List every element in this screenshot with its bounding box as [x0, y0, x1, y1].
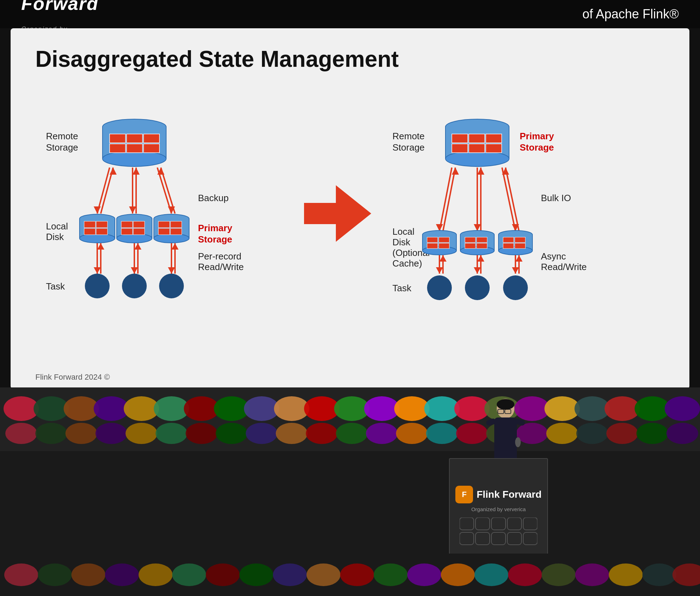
svg-marker-98	[477, 168, 484, 175]
svg-point-175	[665, 396, 700, 421]
svg-point-207	[515, 437, 521, 447]
svg-rect-214	[523, 518, 537, 530]
svg-rect-211	[476, 518, 490, 530]
svg-text:Primary: Primary	[520, 131, 554, 141]
svg-point-238	[609, 563, 643, 586]
svg-marker-20	[133, 168, 140, 175]
svg-rect-123	[465, 243, 476, 249]
svg-point-226	[206, 563, 240, 586]
svg-rect-42	[133, 221, 145, 228]
svg-line-93	[443, 168, 455, 231]
svg-marker-14	[94, 206, 101, 214]
svg-point-40	[117, 234, 152, 243]
svg-marker-16	[110, 168, 117, 175]
svg-rect-52	[158, 228, 170, 235]
pattern-strip-bottom	[0, 554, 700, 596]
svg-rect-124	[477, 243, 487, 249]
svg-point-240	[672, 563, 700, 586]
svg-rect-34	[84, 228, 95, 235]
flink-icon: F	[455, 486, 473, 503]
svg-rect-218	[507, 532, 521, 545]
svg-point-181	[156, 423, 187, 444]
svg-rect-133	[515, 243, 525, 249]
svg-marker-139	[474, 267, 481, 274]
svg-marker-63	[168, 267, 175, 274]
svg-rect-115	[439, 243, 449, 249]
svg-rect-50	[158, 221, 170, 228]
svg-rect-87	[469, 144, 485, 153]
svg-rect-33	[96, 221, 107, 228]
svg-point-235	[508, 563, 542, 586]
svg-rect-12	[144, 144, 159, 153]
svg-point-224	[139, 563, 173, 586]
svg-point-195	[576, 423, 608, 444]
top-bar-right-text: of Apache Flink®	[582, 7, 679, 22]
svg-marker-135	[436, 267, 443, 274]
svg-rect-88	[486, 144, 502, 153]
svg-point-236	[542, 563, 576, 586]
svg-text:Cache): Cache)	[392, 258, 422, 269]
top-bar: Forward Organized by of Apache Flink®	[0, 0, 700, 28]
svg-point-188	[366, 423, 398, 444]
svg-point-176	[5, 423, 37, 444]
svg-rect-215	[460, 532, 474, 545]
diagram-svg: Remote Storage	[35, 93, 686, 341]
svg-rect-122	[477, 237, 487, 243]
svg-rect-11	[127, 144, 142, 153]
svg-point-198	[666, 423, 698, 444]
svg-point-182	[186, 423, 217, 444]
svg-marker-55	[94, 267, 101, 274]
svg-rect-83	[452, 134, 468, 143]
svg-point-230	[340, 563, 374, 586]
svg-rect-210	[460, 518, 474, 530]
svg-point-82	[445, 151, 509, 166]
svg-rect-121	[465, 237, 476, 243]
svg-text:Async: Async	[541, 251, 566, 262]
svg-text:Task: Task	[392, 283, 412, 293]
svg-rect-213	[507, 518, 521, 530]
svg-rect-216	[476, 532, 490, 545]
svg-point-178	[65, 423, 97, 444]
svg-text:Storage: Storage	[198, 234, 232, 245]
svg-line-101	[506, 168, 519, 231]
podium-sub-text: Organized by ververica	[471, 506, 526, 512]
svg-point-225	[172, 563, 206, 586]
svg-rect-41	[121, 221, 133, 228]
svg-point-220	[4, 563, 38, 586]
svg-marker-137	[439, 255, 447, 262]
svg-text:Disk: Disk	[46, 232, 64, 242]
svg-point-68	[159, 274, 184, 298]
svg-point-232	[407, 563, 441, 586]
svg-point-183	[216, 423, 247, 444]
svg-rect-217	[491, 532, 506, 545]
svg-point-222	[71, 563, 105, 586]
svg-rect-8	[127, 134, 142, 143]
svg-text:Storage: Storage	[392, 142, 425, 153]
slide-title: Disaggregated State Management	[35, 46, 665, 72]
svg-marker-18	[129, 206, 136, 214]
svg-point-67	[122, 274, 147, 298]
svg-point-179	[95, 423, 127, 444]
svg-marker-141	[477, 255, 484, 262]
svg-text:Bulk IO: Bulk IO	[541, 193, 571, 203]
svg-rect-114	[427, 243, 438, 249]
podium-brand: Flink Forward	[477, 489, 542, 500]
svg-text:Disk: Disk	[392, 237, 411, 247]
svg-text:Storage: Storage	[46, 142, 78, 153]
diagram-container: Remote Storage	[35, 93, 665, 341]
svg-line-99	[502, 168, 515, 231]
svg-point-189	[396, 423, 428, 444]
svg-point-231	[374, 563, 408, 586]
podium-logo-area: F Flink Forward	[455, 486, 542, 503]
svg-text:Primary: Primary	[198, 223, 232, 233]
svg-point-185	[276, 423, 308, 444]
svg-rect-53	[170, 228, 182, 235]
svg-marker-59	[131, 267, 138, 274]
svg-point-148	[503, 275, 528, 300]
svg-point-233	[441, 563, 475, 586]
svg-rect-86	[452, 144, 468, 153]
svg-text:Remote: Remote	[392, 131, 425, 141]
svg-marker-57	[97, 243, 104, 250]
svg-point-237	[575, 563, 609, 586]
svg-text:Backup: Backup	[198, 193, 229, 203]
